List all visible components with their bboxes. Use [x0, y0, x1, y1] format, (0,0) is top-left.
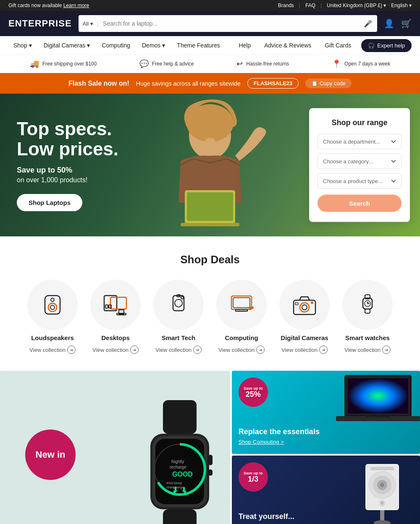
- deal-desktops[interactable]: Desktops View collection ➔: [88, 280, 143, 354]
- desktops-icon-circle: [90, 280, 141, 330]
- copy-code-button[interactable]: 📋 Copy code: [305, 79, 352, 88]
- language-selector[interactable]: English ▾: [391, 3, 412, 8]
- digital-cameras-view[interactable]: View collection ➔: [281, 346, 328, 354]
- expert-help-button[interactable]: 🎧 Expert help: [361, 39, 412, 52]
- site-logo[interactable]: ENTERPRISE: [8, 18, 72, 29]
- flash-sale-banner: Flash Sale now on! Huge savings across a…: [0, 73, 420, 94]
- svg-rect-53: [365, 415, 391, 417]
- promo-computing-text: Replace the essentials Shop Computing >: [239, 427, 320, 445]
- nav-gift-cards[interactable]: Gift Cards: [321, 36, 354, 55]
- cameras-chevron-icon: ▾: [87, 42, 90, 49]
- top-bar: Gift cards now available Learn more Bran…: [0, 0, 420, 11]
- benefit-open: 📍 Open 7 days a week: [332, 59, 390, 68]
- returns-icon: ↩: [236, 59, 243, 68]
- deals-grid: Loudspeakers View collection ➔ Desktops: [8, 280, 412, 354]
- svg-point-8: [50, 305, 55, 309]
- promo-loudspeakers-card: Save up to 1/3: [232, 456, 420, 524]
- svg-text:recharge: recharge: [170, 465, 186, 469]
- smart-watches-view[interactable]: View collection ➔: [344, 346, 391, 354]
- deal-loudspeakers[interactable]: Loudspeakers View collection ➔: [25, 280, 80, 354]
- department-selector[interactable]: Choose a department...: [318, 134, 402, 149]
- svg-rect-20: [231, 296, 252, 309]
- loudspeakers-view[interactable]: View collection ➔: [29, 346, 76, 354]
- shop-laptops-button[interactable]: Shop Laptops: [17, 194, 82, 211]
- nav-advice[interactable]: Advice & Reviews: [261, 36, 315, 55]
- svg-point-61: [380, 483, 384, 487]
- deals-section-title: Shop Deals: [8, 253, 412, 266]
- brands-link[interactable]: Brands: [278, 3, 294, 8]
- svg-text:Nightly: Nightly: [171, 459, 184, 464]
- svg-point-23: [249, 307, 251, 309]
- header-icons: 👤 🛒: [384, 18, 412, 29]
- new-in-badge: New in: [25, 430, 76, 480]
- location-icon: 📍: [332, 59, 341, 68]
- shipping-icon: 🚚: [30, 59, 39, 68]
- headset-icon: 🎧: [368, 42, 375, 49]
- nav-item-demos[interactable]: Demos ▾: [137, 36, 170, 55]
- range-search-button[interactable]: Search: [318, 195, 402, 212]
- smart-tech-view[interactable]: View collection ➔: [155, 346, 202, 354]
- svg-point-28: [311, 301, 313, 304]
- main-nav: Shop ▾ Digital Cameras ▾ Computing Demos…: [0, 36, 420, 55]
- promo-side-cards: Save up to 25% R: [232, 371, 420, 524]
- svg-rect-11: [110, 297, 126, 309]
- flash-subtitle: Huge savings across all ranges sitewide: [136, 80, 241, 87]
- svg-rect-4: [181, 223, 239, 226]
- nav-item-theme[interactable]: Theme Features: [172, 36, 225, 55]
- computing-view[interactable]: View collection ➔: [218, 346, 265, 354]
- search-input[interactable]: [98, 20, 359, 27]
- benefit-advice: 💬 Free help & advice: [139, 59, 194, 68]
- promo-loudspeakers-text: Treat yourself... Shop loudspeakers >: [239, 512, 294, 524]
- shop-computing-link[interactable]: Shop Computing >: [239, 439, 284, 445]
- shop-chevron-icon: ▾: [29, 42, 32, 49]
- deal-digital-cameras[interactable]: Digital Cameras View collection ➔: [277, 280, 332, 354]
- desktops-name: Desktops: [101, 334, 130, 341]
- loudspeakers-icon-circle: [27, 280, 78, 330]
- svg-point-17: [175, 299, 182, 307]
- nav-help[interactable]: Help: [235, 36, 254, 55]
- benefit-shipping: 🚚 Free shipping over $100: [30, 59, 97, 68]
- shop-range-panel: Shop our range Choose a department... Ch…: [309, 108, 410, 222]
- region-selector[interactable]: United Kingdom (GBP £) ▾: [327, 3, 386, 8]
- hero-person-svg: [126, 94, 294, 236]
- learn-more-link[interactable]: Learn more: [63, 3, 89, 8]
- deal-computing[interactable]: Computing View collection ➔: [214, 280, 269, 354]
- category-selector[interactable]: Choose a category...: [318, 154, 402, 169]
- flash-code: FLASHSALE23: [247, 78, 299, 89]
- product-type-selector[interactable]: Choose a product type...: [318, 173, 402, 189]
- svg-text:GOOD: GOOD: [172, 471, 193, 478]
- loudspeakers-icon: [40, 292, 65, 317]
- svg-text:ANS: ANS: [166, 481, 173, 485]
- microphone-icon[interactable]: 🎤: [359, 20, 377, 28]
- account-icon[interactable]: 👤: [384, 18, 394, 29]
- search-category-selector[interactable]: All ▾: [79, 21, 98, 27]
- svg-point-7: [48, 303, 57, 312]
- nav-item-computing[interactable]: Computing: [97, 36, 135, 55]
- computing-icon-circle: [216, 280, 267, 330]
- svg-rect-46: [208, 455, 213, 465]
- svg-rect-3: [187, 192, 233, 221]
- cart-icon[interactable]: 🛒: [401, 18, 412, 29]
- promo-computing-card: Save up to 25% R: [232, 371, 420, 454]
- svg-point-9: [51, 298, 54, 301]
- deal-smart-watches[interactable]: Smart watches View collection ➔: [340, 280, 395, 354]
- svg-text:Sleep: Sleep: [173, 481, 182, 485]
- faq-link[interactable]: FAQ: [305, 3, 315, 8]
- smartwatch-image: Nightly recharge GOOD ANS Sleep charge c…: [121, 400, 230, 524]
- svg-rect-29: [295, 303, 298, 305]
- category-chevron-icon: ▾: [90, 21, 93, 27]
- desktops-view[interactable]: View collection ➔: [92, 346, 139, 354]
- demos-chevron-icon: ▾: [162, 42, 165, 49]
- nav-item-shop[interactable]: Shop ▾: [8, 36, 37, 55]
- language-chevron-icon: ▾: [409, 3, 412, 8]
- speaker-image: [349, 458, 416, 524]
- flash-title: Flash Sale now on!: [68, 80, 129, 87]
- gift-text: Gift cards now available: [8, 3, 62, 8]
- svg-rect-21: [233, 298, 250, 308]
- deal-smart-tech[interactable]: Smart Tech View collection ➔: [151, 280, 206, 354]
- svg-rect-14: [105, 305, 108, 308]
- promo-main-text: [0, 522, 230, 524]
- svg-point-19: [181, 296, 184, 299]
- nav-item-cameras[interactable]: Digital Cameras ▾: [39, 36, 95, 55]
- save-third-badge: Save up to 1/3: [239, 462, 268, 492]
